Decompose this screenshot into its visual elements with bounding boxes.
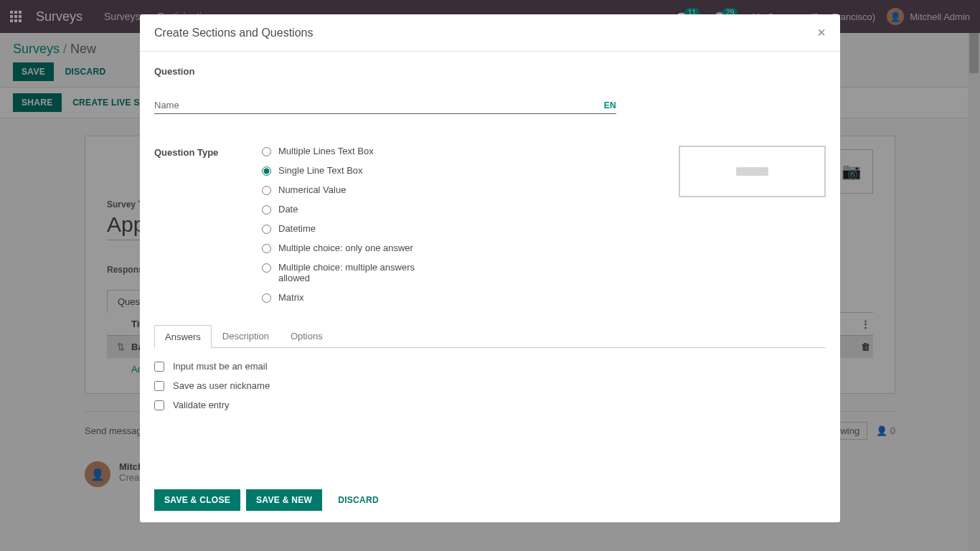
close-icon[interactable]: × <box>817 24 826 41</box>
radio-date[interactable]: Date <box>262 204 434 215</box>
tab-description[interactable]: Description <box>212 324 280 348</box>
section-heading-question: Question <box>154 66 826 77</box>
question-preview <box>679 146 826 197</box>
modal-overlay: Create Sections and Questions × Question… <box>0 0 980 551</box>
question-type-options: Multiple Lines Text Box Single Line Text… <box>262 146 434 311</box>
checkbox-nickname[interactable]: Save as user nickname <box>154 380 826 391</box>
radio-mc-one[interactable]: Multiple choice: only one answer <box>262 242 434 253</box>
tab-answers[interactable]: Answers <box>154 325 212 349</box>
checkbox-validate[interactable]: Validate entry <box>154 400 826 410</box>
radio-multiline[interactable]: Multiple Lines Text Box <box>262 146 434 156</box>
question-type-label: Question Type <box>154 146 262 311</box>
modal-tabs: Answers Description Options <box>154 324 826 348</box>
radio-mc-many[interactable]: Multiple choice: multiple answers allowe… <box>262 262 434 283</box>
modal-title: Create Sections and Questions <box>154 27 313 39</box>
modal-discard-button[interactable]: DISCARD <box>328 489 389 511</box>
modal-create-question: Create Sections and Questions × Question… <box>140 14 840 522</box>
name-field-row[interactable]: Name EN <box>154 97 616 114</box>
radio-datetime[interactable]: Datetime <box>262 223 434 234</box>
language-button[interactable]: EN <box>604 100 616 110</box>
tab-options[interactable]: Options <box>280 324 334 348</box>
preview-input-placeholder <box>736 167 768 176</box>
name-label: Name <box>154 100 179 110</box>
radio-singleline[interactable]: Single Line Text Box <box>262 165 434 176</box>
checkbox-email[interactable]: Input must be an email <box>154 361 826 372</box>
save-close-button[interactable]: SAVE & CLOSE <box>154 489 240 511</box>
radio-numerical[interactable]: Numerical Value <box>262 184 434 195</box>
radio-matrix[interactable]: Matrix <box>262 292 434 303</box>
save-new-button[interactable]: SAVE & NEW <box>246 489 322 511</box>
